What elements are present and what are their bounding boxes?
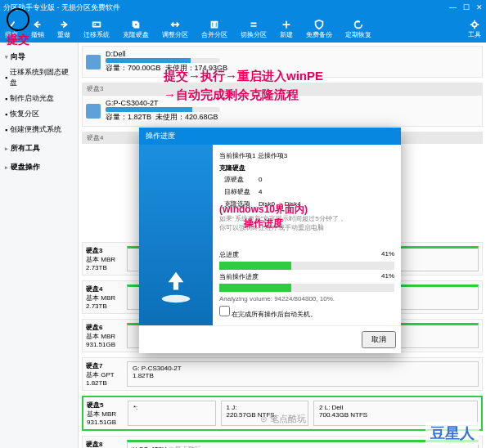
dialog-illustration bbox=[139, 145, 213, 325]
toolbar-merge[interactable]: 合并分区 bbox=[201, 19, 227, 39]
site-watermark: 豆星人 bbox=[425, 422, 479, 445]
toolbar-restore[interactable]: 定期恢复 bbox=[345, 19, 371, 39]
annotation-progress: (windows10界面内) 操作进度 bbox=[219, 203, 308, 231]
toolbar-plus[interactable]: 新建 bbox=[280, 19, 293, 39]
disk-icon bbox=[86, 55, 101, 69]
sidebar-item[interactable]: ▪ 创建便携式系统 bbox=[3, 122, 74, 137]
shutdown-checkbox[interactable]: 在完成所有操作后自动关机。 bbox=[219, 311, 317, 318]
sidebar-item[interactable]: ▪ 制作启动光盘 bbox=[3, 91, 74, 106]
toolbar-copy[interactable]: 克隆硬盘 bbox=[123, 19, 149, 39]
min-icon[interactable]: — bbox=[449, 3, 457, 11]
disk-row[interactable]: 硬盘8基本 GPT3.64TB H:SG-4T2U @笔点酷玩 bbox=[82, 436, 483, 448]
annotation-flow: 提交→执行→重启进入winPE →自动完成剩余克隆流程 bbox=[164, 67, 323, 104]
toolbar-swap[interactable]: 切换分区 bbox=[241, 19, 267, 39]
sidebar-item[interactable]: ▪ 恢复分区 bbox=[3, 106, 74, 122]
toolbar-redo[interactable]: 重做 bbox=[57, 19, 70, 39]
toolbar-shield[interactable]: 免费备份 bbox=[306, 19, 332, 39]
progress-bar-total bbox=[219, 262, 394, 270]
toolbar-undo[interactable]: 撤销 bbox=[31, 19, 44, 39]
progress-dialog: 操作进度 当前操作项1 总操作项3 克隆硬盘 源硬盘0 目标硬盘4 克隆选项Di… bbox=[139, 128, 401, 353]
toolbar-gear[interactable]: 工具 bbox=[468, 19, 481, 39]
weibo-watermark: ⊙ 笔点酷玩 bbox=[260, 413, 306, 425]
disk-icon bbox=[86, 104, 101, 119]
toolbar-drive[interactable]: 迁移系统 bbox=[83, 19, 110, 39]
max-icon[interactable]: ☐ bbox=[463, 3, 470, 11]
sidebar: ▾向导 ▪ 迁移系统到固态硬盘 ▪ 制作启动光盘 ▪ 恢复分区 ▪ 创建便携式系… bbox=[0, 43, 79, 448]
dialog-title: 操作进度 bbox=[139, 128, 401, 145]
toolbar-resize[interactable]: 调整分区 bbox=[162, 19, 188, 39]
app-title: 分区助手专业版 - 无损分区免费软件 bbox=[3, 2, 120, 13]
svg-point-0 bbox=[162, 295, 190, 302]
disk-row[interactable]: 硬盘7基本 GPT1.82TB G: P-CS3040-2T1.82TB bbox=[82, 357, 483, 391]
cancel-button[interactable]: 取消 bbox=[362, 331, 396, 348]
close-icon[interactable]: ✕ bbox=[476, 3, 483, 11]
progress-bar-current bbox=[219, 284, 394, 292]
annotation-submit: 提交 bbox=[7, 33, 29, 47]
sidebar-item[interactable]: ▪ 迁移系统到固态硬盘 bbox=[3, 65, 74, 91]
